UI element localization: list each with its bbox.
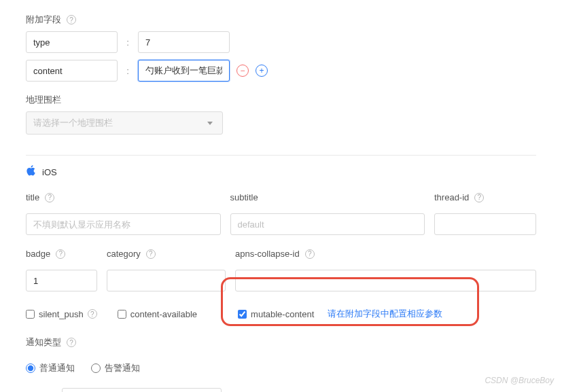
extra-field-row: : − + — [26, 60, 536, 82]
extra-field-row: : — [26, 31, 536, 53]
content-available-checkbox-wrap: content-available — [118, 309, 197, 319]
silent-push-checkbox-wrap: silent_push ? — [26, 309, 97, 319]
kv-colon: : — [124, 37, 131, 48]
mutable-content-hint[interactable]: 请在附加字段中配置相应参数 — [328, 308, 442, 320]
sound-input[interactable] — [62, 388, 222, 392]
notify-type-radio-normal[interactable] — [26, 363, 35, 373]
help-icon[interactable]: ? — [305, 249, 315, 259]
threadid-label: thread-id ? — [434, 192, 536, 202]
notify-type-label: 通知类型 ? — [26, 336, 76, 349]
silent-push-label: silent_push — [39, 309, 84, 319]
help-icon[interactable]: ? — [45, 193, 54, 202]
subtitle-label: subtitle — [230, 192, 425, 202]
watermark-text: CSDN @BruceBoy — [485, 376, 554, 385]
mutable-content-checkbox[interactable] — [238, 310, 247, 319]
extra-value-input[interactable] — [138, 60, 230, 82]
mutable-content-checkbox-wrap: mutable-content 请在附加字段中配置相应参数 — [238, 308, 442, 320]
apple-icon — [26, 165, 35, 179]
extra-key-input[interactable] — [26, 31, 118, 53]
kv-colon: : — [124, 66, 131, 76]
help-icon[interactable]: ? — [56, 249, 65, 259]
ios-section-header: iOS — [26, 156, 536, 188]
category-label: category ? — [107, 249, 226, 259]
extra-key-input[interactable] — [26, 60, 118, 82]
extra-value-input[interactable] — [138, 31, 230, 53]
chevron-down-icon — [207, 122, 213, 125]
subtitle-input[interactable] — [230, 213, 425, 235]
help-icon[interactable]: ? — [88, 309, 97, 319]
badge-input[interactable] — [26, 270, 97, 291]
content-available-checkbox[interactable] — [118, 310, 126, 319]
extra-fields-label: 附加字段 ? — [26, 14, 76, 26]
help-icon[interactable]: ? — [67, 338, 76, 347]
notify-type-alert[interactable]: 告警通知 — [91, 362, 140, 374]
threadid-input[interactable] — [434, 213, 536, 235]
add-field-button[interactable]: + — [256, 65, 268, 77]
ios-header-text: iOS — [42, 167, 57, 177]
mutable-content-label: mutable-content — [251, 309, 314, 319]
notify-type-normal[interactable]: 普通通知 — [26, 362, 75, 374]
remove-field-button[interactable]: − — [236, 65, 249, 77]
title-input[interactable] — [26, 213, 221, 235]
help-icon[interactable]: ? — [146, 249, 156, 259]
title-label: title ? — [26, 192, 221, 202]
apns-collapse-label: apns-collapse-id ? — [235, 249, 536, 259]
notify-type-radio-alert[interactable] — [91, 363, 101, 373]
silent-push-checkbox[interactable] — [26, 310, 35, 319]
badge-label: badge ? — [26, 249, 97, 259]
geofence-placeholder: 请选择一个地理围栏 — [33, 117, 113, 129]
category-input[interactable] — [107, 270, 226, 291]
geofence-label: 地理围栏 — [26, 94, 61, 106]
content-available-label: content-available — [130, 309, 197, 319]
geofence-select[interactable]: 请选择一个地理围栏 — [26, 111, 223, 135]
apns-collapse-input[interactable] — [235, 270, 536, 291]
help-icon[interactable]: ? — [474, 193, 484, 202]
help-icon[interactable]: ? — [67, 15, 76, 24]
